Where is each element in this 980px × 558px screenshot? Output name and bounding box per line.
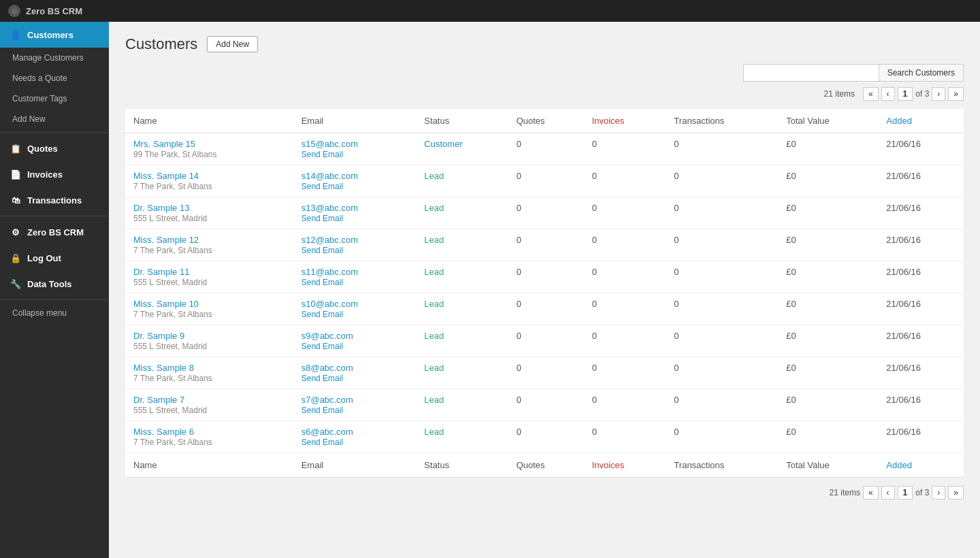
customer-address: 555 L Street, Madrid — [133, 406, 207, 415]
sidebar-divider-3 — [0, 299, 109, 300]
next-page-btn-bottom[interactable]: › — [932, 486, 945, 499]
sidebar-item-quotes[interactable]: 📋 Quotes — [0, 135, 109, 161]
customer-address: 555 L Street, Madrid — [133, 342, 207, 351]
sidebar-item-transactions[interactable]: 🛍 Transactions — [0, 187, 109, 213]
send-email-link[interactable]: Send Email — [301, 406, 343, 415]
email-link[interactable]: s10@abc.com — [301, 299, 408, 309]
customer-address: 7 The Park, St Albans — [133, 246, 212, 255]
cell-name: Miss. Sample 8 7 The Park, St Albans — [125, 357, 293, 389]
main-content: Customers Add New Search Customers 21 it… — [109, 22, 980, 558]
cell-total-value: £0 — [778, 357, 878, 389]
send-email-link[interactable]: Send Email — [301, 246, 343, 255]
col-quotes: Quotes — [508, 109, 584, 133]
prev-page-btn-bottom[interactable]: ‹ — [881, 486, 895, 499]
cell-status: Lead — [416, 421, 508, 453]
email-link[interactable]: s7@abc.com — [301, 395, 408, 405]
next-page-btn-top[interactable]: › — [932, 87, 945, 101]
search-input[interactable] — [743, 64, 879, 82]
email-link[interactable]: s13@abc.com — [301, 203, 408, 213]
sidebar-item-customers[interactable]: 👤 Customers — [0, 22, 109, 48]
customer-name-link[interactable]: Mrs. Sample 15 — [133, 139, 285, 149]
send-email-link[interactable]: Send Email — [301, 374, 343, 383]
sidebar-item-data-tools[interactable]: 🔧 Data Tools — [0, 271, 109, 297]
cell-total-value: £0 — [778, 421, 878, 453]
cell-email: s9@abc.com Send Email — [293, 325, 416, 357]
status-badge: Customer — [424, 139, 462, 149]
email-link[interactable]: s9@abc.com — [301, 331, 408, 341]
email-link[interactable]: s8@abc.com — [301, 363, 408, 373]
sidebar-divider-1 — [0, 132, 109, 133]
send-email-link[interactable]: Send Email — [301, 438, 343, 447]
cell-email: s8@abc.com Send Email — [293, 357, 416, 389]
status-badge: Lead — [424, 203, 444, 213]
cell-transactions: 0 — [666, 229, 778, 261]
first-page-btn-top[interactable]: « — [863, 87, 879, 101]
customer-name-link[interactable]: Miss. Sample 10 — [133, 299, 285, 309]
table-row: Miss. Sample 8 7 The Park, St Albans s8@… — [125, 357, 964, 389]
sidebar-divider-2 — [0, 216, 109, 216]
cell-invoices: 0 — [584, 133, 666, 165]
cell-invoices: 0 — [584, 197, 666, 229]
table-row: Miss. Sample 14 7 The Park, St Albans s1… — [125, 165, 964, 197]
send-email-link[interactable]: Send Email — [301, 150, 343, 159]
sidebar-invoices-label: Invoices — [27, 169, 63, 180]
send-email-link[interactable]: Send Email — [301, 182, 343, 191]
search-button[interactable]: Search Customers — [879, 64, 964, 82]
cell-email: s12@abc.com Send Email — [293, 229, 416, 261]
send-email-link[interactable]: Send Email — [301, 278, 343, 287]
sidebar-item-invoices[interactable]: 📄 Invoices — [0, 161, 109, 187]
email-link[interactable]: s15@abc.com — [301, 139, 408, 149]
cell-name: Mrs. Sample 15 99 The Park, St Albans — [125, 133, 293, 165]
first-page-btn-bottom[interactable]: « — [863, 486, 879, 499]
invoices-icon: 📄 — [10, 168, 22, 180]
cell-status: Lead — [416, 389, 508, 421]
cell-email: s15@abc.com Send Email — [293, 133, 416, 165]
sidebar-item-zero-bs-crm[interactable]: ⚙ Zero BS CRM — [0, 219, 109, 245]
customer-name-link[interactable]: Miss. Sample 8 — [133, 363, 285, 373]
cell-status: Lead — [416, 325, 508, 357]
email-link[interactable]: s12@abc.com — [301, 235, 408, 245]
customer-name-link[interactable]: Dr. Sample 7 — [133, 395, 285, 405]
last-page-btn-top[interactable]: » — [948, 87, 964, 101]
sidebar-sub-needs-a-quote[interactable]: Needs a Quote — [0, 68, 109, 88]
cell-quotes: 0 — [508, 197, 584, 229]
customer-name-link[interactable]: Dr. Sample 11 — [133, 267, 285, 277]
sidebar-item-log-out[interactable]: 🔒 Log Out — [0, 245, 109, 271]
items-count-bottom: 21 items — [830, 488, 860, 497]
cell-status: Lead — [416, 293, 508, 325]
email-link[interactable]: s11@abc.com — [301, 267, 408, 277]
customer-name-link[interactable]: Miss. Sample 14 — [133, 171, 285, 181]
email-link[interactable]: s6@abc.com — [301, 427, 408, 437]
sidebar: 👤 Customers Manage Customers Needs a Quo… — [0, 22, 109, 558]
sidebar-sub-manage-customers[interactable]: Manage Customers — [0, 48, 109, 68]
customer-name-link[interactable]: Dr. Sample 13 — [133, 203, 285, 213]
last-page-btn-bottom[interactable]: » — [948, 486, 964, 499]
send-email-link[interactable]: Send Email — [301, 214, 343, 223]
send-email-link[interactable]: Send Email — [301, 342, 343, 351]
email-link[interactable]: s14@abc.com — [301, 171, 408, 181]
col-added: Added — [878, 109, 964, 133]
table-row: Miss. Sample 12 7 The Park, St Albans s1… — [125, 229, 964, 261]
cell-status: Lead — [416, 357, 508, 389]
prev-page-btn-top[interactable]: ‹ — [881, 87, 895, 101]
table-row: Dr. Sample 11 555 L Street, Madrid s11@a… — [125, 261, 964, 293]
customer-address: 7 The Park, St Albans — [133, 438, 212, 447]
customer-name-link[interactable]: Miss. Sample 12 — [133, 235, 285, 245]
sidebar-sub-add-new[interactable]: Add New — [0, 109, 109, 129]
sidebar-sub-customer-tags[interactable]: Customer Tags — [0, 88, 109, 109]
cell-transactions: 0 — [666, 293, 778, 325]
customer-name-link[interactable]: Dr. Sample 9 — [133, 331, 285, 341]
add-new-button[interactable]: Add New — [207, 36, 258, 52]
cell-quotes: 0 — [508, 325, 584, 357]
status-badge: Lead — [424, 171, 444, 181]
cell-total-value: £0 — [778, 229, 878, 261]
send-email-link[interactable]: Send Email — [301, 310, 343, 319]
sidebar-item-collapse-menu[interactable]: Collapse menu — [0, 303, 109, 323]
cell-added: 21/06/16 — [878, 389, 964, 421]
page-title: Customers — [125, 35, 197, 53]
col-status-footer: Status — [416, 453, 508, 478]
page-of-bottom: of 3 — [915, 488, 929, 497]
customer-name-link[interactable]: Miss. Sample 6 — [133, 427, 285, 437]
cell-total-value: £0 — [778, 389, 878, 421]
pagination-bottom: 21 items « ‹ 1 of 3 › » — [125, 486, 964, 499]
